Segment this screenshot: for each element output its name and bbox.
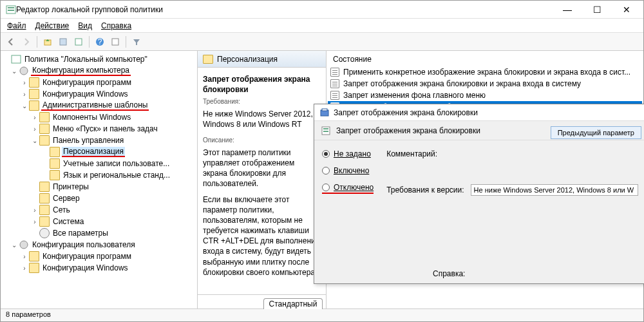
menu-help[interactable]: Справка — [101, 21, 131, 30]
folder-icon — [39, 112, 50, 122]
folder-icon — [29, 251, 39, 261]
folder-icon — [39, 193, 50, 204]
tree-item[interactable]: Язык и региональные станд... — [62, 171, 171, 180]
export-button[interactable] — [72, 35, 85, 48]
setting-icon — [330, 68, 339, 77]
tree-comp-config[interactable]: Конфигурация компьютера — [31, 66, 131, 76]
folder-icon — [203, 55, 213, 64]
folder-icon — [50, 170, 60, 180]
policy-title: Запрет отображения экрана блокировки — [203, 75, 310, 94]
svg-rect-9 — [12, 55, 21, 63]
folder-icon — [39, 216, 50, 227]
description: Если вы включаете этот параметр политики… — [203, 194, 321, 278]
dialog-title: Запрет отображения экрана блокировки — [334, 108, 478, 117]
filter-button[interactable] — [130, 35, 143, 48]
tree-item[interactable]: Конфигурация программ — [41, 252, 133, 261]
description: Этот параметр политики управляет отображ… — [203, 147, 321, 189]
list-button[interactable] — [57, 35, 70, 48]
minimize-button[interactable]: — — [558, 5, 576, 15]
setting-icon — [321, 126, 331, 136]
props-button[interactable] — [109, 35, 122, 48]
app-icon — [6, 5, 16, 15]
folder-icon — [39, 124, 50, 134]
menu-action[interactable]: Действие — [35, 21, 70, 30]
forward-button[interactable] — [20, 35, 33, 48]
radio-enabled[interactable]: Включено — [322, 166, 374, 175]
maximize-button[interactable]: ☐ — [588, 5, 606, 15]
tree-item[interactable]: Принтеры — [52, 182, 90, 191]
folder-icon — [39, 182, 50, 192]
setting-icon — [330, 91, 339, 100]
expand-icon[interactable]: ⌄ — [10, 68, 19, 75]
tree-item[interactable]: Конфигурация программ — [41, 78, 133, 87]
policy-dialog: Запрет отображения экрана блокировки Зап… — [314, 104, 644, 284]
dialog-subtitle: Запрет отображения экрана блокировки — [336, 126, 480, 135]
tree-personalization[interactable]: Персонализация — [62, 147, 125, 157]
svg-rect-15 — [323, 128, 328, 129]
dialog-icon — [319, 108, 330, 118]
tree-user-config[interactable]: Конфигурация пользователя — [31, 240, 137, 249]
folder-icon — [29, 100, 39, 111]
comment-label: Комментарий: — [386, 149, 437, 158]
help-button[interactable]: ? — [93, 35, 106, 48]
folder-icon — [39, 205, 50, 215]
svg-rect-8 — [112, 39, 118, 45]
svg-rect-2 — [8, 10, 14, 11]
folder-icon — [50, 147, 60, 157]
svg-rect-4 — [60, 39, 66, 45]
list-item[interactable]: Запрет изменения фона главного меню — [328, 90, 642, 101]
tree-item[interactable]: Учетные записи пользовате... — [62, 159, 171, 168]
svg-rect-16 — [323, 131, 328, 132]
back-button[interactable] — [5, 35, 17, 48]
details-pane: Персонализация Запрет отображения экрана… — [198, 51, 327, 308]
tree-item[interactable]: Все параметры — [52, 229, 109, 238]
svg-point-11 — [20, 241, 28, 249]
svg-point-10 — [20, 67, 28, 75]
tree-item[interactable]: Компоненты Windows — [52, 113, 132, 122]
previous-setting-button[interactable]: Предыдущий параметр — [551, 126, 641, 139]
list-item[interactable]: Применить конкретное изображение экрана … — [328, 66, 642, 78]
tab-extended[interactable]: Расширенный — [202, 298, 264, 309]
tree-item[interactable]: Меню «Пуск» и панель задач — [52, 124, 159, 133]
svg-rect-13 — [322, 109, 327, 111]
status-bar: 8 параметров — [1, 308, 643, 321]
gear-icon — [39, 228, 50, 238]
radio-disabled[interactable]: Отключено — [322, 183, 374, 194]
menu-file[interactable]: Файл — [7, 21, 26, 30]
radio-not-configured[interactable]: Не задано — [322, 149, 374, 158]
list-item[interactable]: Запрет отображения экрана блокировки и э… — [328, 78, 642, 90]
tree-item[interactable]: Конфигурация Windows — [41, 90, 129, 99]
folder-icon — [29, 89, 39, 99]
svg-rect-5 — [75, 39, 82, 45]
folder-icon — [50, 158, 60, 169]
requirements-label: Требования к версии: — [386, 185, 464, 194]
requirements-value[interactable] — [471, 184, 638, 196]
nav-tree[interactable]: Политика "Локальный компьютер" ⌄Конфигур… — [1, 51, 198, 308]
tree-admin-templates[interactable]: Административные шаблоны — [41, 100, 149, 111]
tree-item[interactable]: Сеть — [52, 205, 71, 214]
window-title: Редактор локальной групповой политики — [16, 5, 558, 14]
tree-root[interactable]: Политика "Локальный компьютер" — [23, 55, 149, 64]
up-button[interactable] — [41, 35, 54, 48]
svg-rect-1 — [8, 7, 14, 8]
folder-icon — [29, 77, 39, 88]
svg-text:?: ? — [98, 37, 102, 46]
setting-icon — [330, 79, 339, 88]
tree-item[interactable]: Панель управления — [52, 136, 125, 145]
folder-icon — [29, 263, 39, 273]
titlebar: Редактор локальной групповой политики — … — [1, 1, 643, 19]
menubar: Файл Действие Вид Справка — [1, 19, 643, 33]
folder-icon — [39, 135, 50, 146]
help-label: Справка: — [433, 269, 465, 278]
menu-view[interactable]: Вид — [78, 21, 92, 30]
tree-item[interactable]: Сервер — [52, 194, 81, 203]
requirements: Не ниже Windows Server 2012, Windows 8 и… — [203, 109, 321, 129]
toolbar: ? — [1, 33, 643, 51]
column-state: Состояние — [333, 55, 372, 64]
close-button[interactable]: ✕ — [618, 5, 636, 15]
tree-item[interactable]: Система — [52, 217, 85, 226]
tree-item[interactable]: Конфигурация Windows — [41, 263, 129, 272]
tab-standard[interactable]: Стандартный — [263, 298, 323, 309]
details-header: Персонализация — [217, 55, 278, 64]
